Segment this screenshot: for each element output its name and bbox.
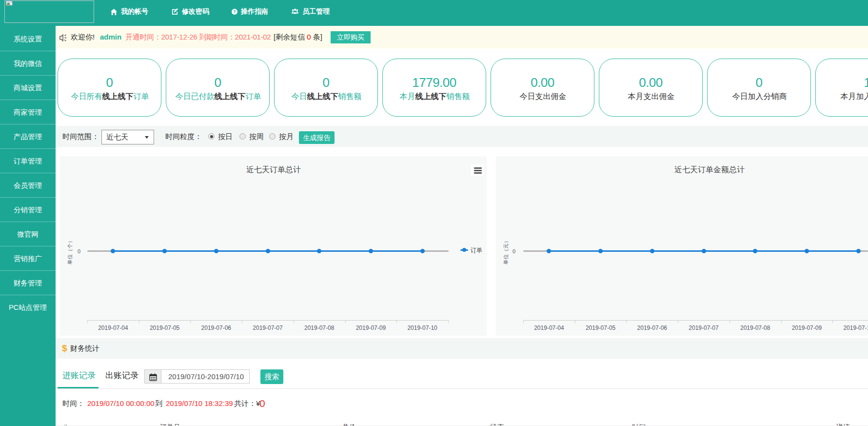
svg-text:?: ? — [233, 9, 236, 14]
